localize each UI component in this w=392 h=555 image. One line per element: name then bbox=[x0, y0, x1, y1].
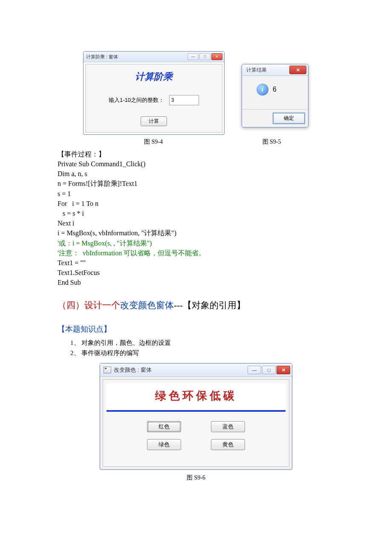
code-line: Private Sub Command1_Click() bbox=[58, 160, 145, 168]
msgbox-title: 计算结果 bbox=[246, 66, 267, 74]
minimize-icon[interactable]: — bbox=[187, 53, 199, 60]
code-block: Private Sub Command1_Click() Dim a, n, s… bbox=[58, 159, 334, 287]
msgbox-titlebar: 计算结果 ✕ bbox=[242, 64, 308, 76]
figure-caption: 图 S9-4 bbox=[83, 138, 224, 146]
color-button-grid: 红色 蓝色 绿色 黄色 bbox=[103, 412, 289, 466]
knowledge-item: 2、 事件驱动程序的编写 bbox=[70, 348, 334, 358]
knowledge-heading: 【本题知识点】 bbox=[58, 324, 334, 334]
code-line: Next i bbox=[58, 220, 75, 227]
factorial-form-window: 计算阶乘 : 窗体 — □ ✕ 计算阶乘 输入1-10之间的整数： 计算 bbox=[83, 51, 225, 135]
window-titlebar: 计算阶乘 : 窗体 — □ ✕ bbox=[84, 52, 224, 62]
window-controls: — □ ✕ bbox=[248, 366, 290, 374]
code-line: Text1.SetFocus bbox=[58, 269, 100, 276]
maximize-icon[interactable]: □ bbox=[199, 53, 210, 60]
minimize-icon[interactable]: — bbox=[248, 366, 261, 374]
section-mid: 改变颜色窗体 bbox=[120, 300, 174, 310]
code-line: s = s * i bbox=[58, 210, 84, 217]
code-line: Dim a, n, s bbox=[58, 170, 87, 177]
form-icon bbox=[104, 367, 111, 373]
knowledge-list: 1、 对象的引用，颜色、边框的设置 2、 事件驱动程序的编写 bbox=[70, 338, 334, 358]
window-title: 改变颜色 : 窗体 bbox=[114, 366, 152, 374]
code-comment: '或：i = MsgBox(s, , "计算结果") bbox=[58, 240, 152, 247]
prompt-label: 输入1-10之间的整数： bbox=[109, 96, 164, 104]
msgbox-button-bar: 确定 bbox=[242, 109, 308, 127]
banner-area: 绿色环保低碳 bbox=[107, 383, 285, 410]
calculate-button[interactable]: 计算 bbox=[141, 116, 167, 126]
green-button[interactable]: 绿色 bbox=[147, 439, 181, 450]
event-procedure-heading: 【事件过程：】 bbox=[58, 150, 334, 159]
section-title: （四）设计一个改变颜色窗体---【对象的引用】 bbox=[58, 299, 334, 311]
window-titlebar: 改变颜色 : 窗体 — □ ✕ bbox=[100, 364, 292, 377]
form-heading: 计算阶乘 bbox=[135, 70, 173, 83]
result-msgbox: 计算结果 ✕ i 6 确定 bbox=[242, 64, 308, 127]
code-line: Text1 = "" bbox=[58, 259, 86, 266]
information-icon: i bbox=[257, 84, 268, 95]
window-controls: — □ ✕ bbox=[187, 53, 222, 60]
window-title: 计算阶乘 : 窗体 bbox=[86, 54, 118, 60]
close-icon[interactable]: ✕ bbox=[289, 66, 306, 74]
blue-button[interactable]: 蓝色 bbox=[211, 421, 245, 432]
banner-text: 绿色环保低碳 bbox=[155, 389, 237, 402]
ok-button[interactable]: 确定 bbox=[273, 113, 305, 124]
code-line: i = MsgBox(s, vbInformation, "计算结果") bbox=[58, 229, 176, 237]
code-comment: '注意： vbInformation 可以省略，但逗号不能省。 bbox=[58, 249, 205, 257]
code-line: s = 1 bbox=[58, 190, 71, 197]
code-line: End Sub bbox=[58, 279, 81, 286]
figure-caption: 图 S9-6 bbox=[187, 474, 205, 482]
maximize-icon[interactable]: □ bbox=[262, 366, 276, 374]
red-button[interactable]: 红色 bbox=[147, 421, 181, 432]
form-body: 绿色环保低碳 红色 蓝色 绿色 黄色 bbox=[103, 379, 289, 467]
form-body: 计算阶乘 输入1-10之间的整数： 计算 bbox=[85, 64, 222, 133]
integer-input[interactable] bbox=[169, 95, 199, 105]
close-icon[interactable]: ✕ bbox=[277, 366, 290, 374]
result-value: 6 bbox=[273, 86, 277, 93]
code-line: n = Forms![计算阶乘]!Text1 bbox=[58, 180, 137, 187]
knowledge-item: 1、 对象的引用，颜色、边框的设置 bbox=[70, 338, 334, 348]
msgbox-body: i 6 bbox=[242, 76, 308, 109]
input-row: 输入1-10之间的整数： bbox=[109, 95, 199, 105]
change-color-form-window: 改变颜色 : 窗体 — □ ✕ 绿色环保低碳 红色 蓝色 绿色 黄色 bbox=[100, 363, 292, 470]
section-suffix: ---【对象的引用】 bbox=[174, 300, 245, 310]
yellow-button[interactable]: 黄色 bbox=[211, 439, 245, 450]
figure-caption: 图 S9-5 bbox=[224, 138, 320, 146]
close-icon[interactable]: ✕ bbox=[211, 53, 222, 60]
code-line: For i = 1 To n bbox=[58, 200, 98, 207]
section-prefix: （四）设计一个 bbox=[58, 300, 120, 310]
